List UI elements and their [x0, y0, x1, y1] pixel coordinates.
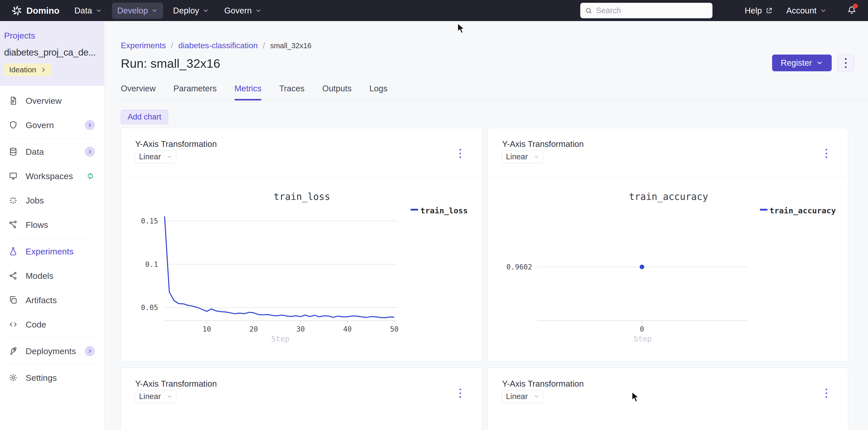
search-input[interactable]: Search — [580, 3, 712, 18]
sidebar-item-label: Jobs — [26, 195, 104, 206]
top-nav-govern[interactable]: Govern — [219, 3, 267, 19]
stage-label: Ideation — [9, 65, 36, 74]
sidebar-item-label: Experiments — [26, 247, 104, 256]
y-tick-label: 0.05 — [141, 303, 158, 312]
sidebar-item-code[interactable]: Code — [0, 312, 104, 337]
more-actions-button[interactable] — [837, 55, 854, 71]
monitor-icon — [8, 171, 18, 181]
sidebar-item-label: Models — [26, 271, 104, 281]
chevron-down-icon — [820, 7, 827, 14]
search-placeholder: Search — [596, 6, 621, 15]
chart-train_loss: train_losstrain_lossStep0.150.10.0510203… — [121, 176, 482, 362]
tab-outputs[interactable]: Outputs — [322, 84, 352, 100]
sidebar-item-label: Code — [26, 320, 104, 330]
expand-chevron-badge[interactable] — [85, 346, 95, 356]
chevron-down-icon — [151, 7, 158, 14]
sidebar-item-govern[interactable]: Govern — [0, 113, 104, 137]
expand-chevron-badge[interactable] — [85, 147, 95, 157]
top-nav-data[interactable]: Data — [69, 3, 107, 19]
menu-label: Deploy — [173, 6, 199, 16]
y-axis-transform-select[interactable]: Linear — [135, 150, 176, 163]
chevron-down-icon — [166, 154, 173, 160]
chart-cards-grid: Y-Axis Transformation Linear train_losst… — [121, 128, 868, 430]
external-link-icon — [766, 7, 773, 14]
chevron-down-icon — [203, 7, 209, 14]
mouse-cursor — [457, 23, 467, 34]
sidebar-item-flows[interactable]: Flows — [0, 213, 104, 237]
x-tick-label: 40 — [343, 325, 352, 333]
sidebar-item-jobs[interactable]: Jobs — [0, 188, 104, 213]
chart-card: Y-Axis Transformation Linear — [121, 368, 482, 430]
top-nav-develop[interactable]: Develop — [112, 3, 163, 19]
chart-options-kebab[interactable] — [824, 387, 829, 399]
chevron-down-icon — [533, 394, 539, 400]
sidebar-item-workspaces[interactable]: Workspaces — [0, 164, 104, 188]
tab-overview[interactable]: Overview — [121, 84, 156, 100]
select-value: Linear — [506, 392, 528, 401]
sidebar-item-label: Artifacts — [26, 295, 104, 305]
sidebar-item-settings[interactable]: Settings — [0, 366, 104, 390]
y-axis-transform-select[interactable]: Linear — [502, 150, 543, 163]
y-tick-label: 0.15 — [141, 217, 158, 225]
y-axis-transform-select[interactable]: Linear — [135, 390, 176, 403]
notifications-button[interactable] — [847, 0, 857, 21]
breadcrumb-separator: / — [263, 41, 265, 50]
tab-metrics[interactable]: Metrics — [235, 84, 261, 100]
sidebar-item-label: Workspaces — [26, 171, 86, 181]
chevron-down-icon — [166, 394, 173, 400]
domino-logo[interactable]: Domino — [11, 5, 59, 16]
top-nav-deploy[interactable]: Deploy — [168, 3, 214, 19]
sidebar-item-data[interactable]: Data — [0, 140, 104, 164]
breadcrumb-link[interactable]: Experiments — [121, 41, 166, 50]
menu-label: Develop — [117, 6, 148, 16]
chart-card: Y-Axis Transformation Linear train_accur… — [488, 128, 848, 362]
expand-chevron-badge[interactable] — [85, 120, 95, 130]
tab-parameters[interactable]: Parameters — [174, 84, 217, 100]
database-icon — [8, 147, 18, 156]
sidebar-item-models[interactable]: Models — [0, 264, 104, 288]
x-tick-label: 10 — [203, 325, 211, 333]
register-button[interactable]: Register — [772, 55, 832, 71]
projects-link[interactable]: Projects — [4, 31, 100, 40]
add-chart-button[interactable]: Add chart — [121, 110, 168, 124]
chart-options-kebab[interactable] — [458, 147, 463, 160]
copy-icon — [8, 295, 18, 305]
breadcrumb: Experiments/diabetes-classification/smal… — [121, 41, 868, 50]
account-label: Account — [786, 6, 816, 16]
chart-card: Y-Axis Transformation Linear train_losst… — [121, 128, 482, 362]
chart-card: Y-Axis Transformation Linear — [488, 368, 848, 430]
x-tick-label: 0 — [640, 325, 644, 333]
sidebar-item-experiments[interactable]: Experiments — [0, 239, 104, 264]
sidebar-item-artifacts[interactable]: Artifacts — [0, 288, 104, 312]
chevron-right-icon — [87, 122, 93, 128]
page-title: Run: small_32x16 — [121, 56, 868, 70]
account-menu[interactable]: Account — [786, 0, 827, 21]
project-stage-badge[interactable]: Ideation — [4, 63, 52, 76]
chart-train_accuracy: train_accuracytrain_accuracyStep0.96020 — [488, 176, 848, 362]
chevron-right-icon — [40, 67, 46, 73]
register-label: Register — [781, 58, 812, 68]
sidebar-item-label: Overview — [26, 96, 104, 106]
x-tick-label: 20 — [249, 325, 258, 333]
tab-logs[interactable]: Logs — [369, 84, 388, 100]
y-axis-transform-select[interactable]: Linear — [502, 390, 543, 403]
sidebar-item-label: Deployments — [26, 346, 85, 356]
sidebar-divider — [8, 138, 96, 139]
select-value: Linear — [506, 152, 528, 161]
chart-options-kebab[interactable] — [458, 387, 463, 399]
y-axis-transformation-label: Y-Axis Transformation — [135, 139, 217, 149]
help-menu[interactable]: Help — [745, 0, 773, 21]
chart-options-kebab[interactable] — [824, 147, 829, 160]
shield-icon — [8, 120, 18, 130]
sidebar-item-label: Data — [26, 147, 85, 157]
sidebar-divider — [8, 338, 96, 338]
project-name[interactable]: diabetes_proj_ca_de... — [4, 47, 100, 58]
code-icon — [8, 320, 18, 329]
breadcrumb-link[interactable]: diabetes-classification — [178, 41, 258, 50]
sidebar: Projects diabetes_proj_ca_de... Ideation… — [0, 21, 104, 430]
tab-traces[interactable]: Traces — [279, 84, 305, 100]
sidebar-item-deployments[interactable]: Deployments — [0, 339, 104, 363]
chevron-down-icon — [533, 154, 539, 160]
add-chart-label: Add chart — [128, 112, 161, 122]
sidebar-item-overview[interactable]: Overview — [0, 89, 104, 113]
